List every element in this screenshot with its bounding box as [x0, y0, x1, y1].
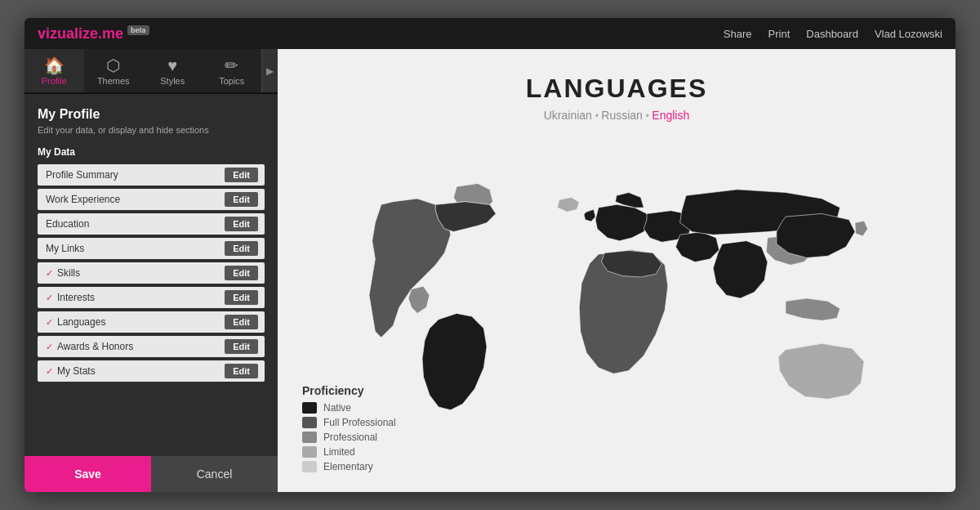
lang-ukrainian: Ukrainian: [544, 109, 592, 122]
prof-swatch: [302, 461, 317, 472]
row-my-links: My Links Edit: [38, 238, 265, 259]
nav-share[interactable]: Share: [724, 28, 752, 40]
check-icon: ✓: [46, 342, 53, 352]
proficiency-title: Proficiency: [302, 384, 396, 397]
nav-user[interactable]: Vlad Lozowski: [875, 28, 942, 40]
tab-topics[interactable]: ✏ Topics: [203, 49, 262, 92]
edit-work-experience[interactable]: Edit: [225, 192, 258, 207]
prof-label: Professional: [323, 432, 377, 443]
row-label: ✓ Interests: [46, 292, 220, 303]
tab-profile-label: Profile: [42, 76, 67, 86]
row-label: My Links: [46, 243, 220, 254]
nav-dashboard[interactable]: Dashboard: [806, 28, 858, 40]
row-label: Work Experience: [46, 194, 220, 205]
edit-languages[interactable]: Edit: [225, 315, 258, 329]
proficiency-items: Native Full Professional Professional Li…: [302, 402, 396, 472]
proficiency-legend: Proficiency Native Full Professional Pro…: [302, 384, 396, 476]
beta-badge: beta: [127, 25, 149, 35]
proficiency-item: Elementary: [302, 461, 396, 472]
row-interests: ✓ Interests Edit: [38, 287, 265, 308]
sidebar: 🏠 Profile ⬡ Themes ♥ Styles ✏ Topics ▶: [24, 49, 278, 492]
logo-area: vizualize.me beta: [38, 25, 149, 42]
section-title: LANGUAGES: [526, 74, 707, 104]
row-my-stats: ✓ My Stats Edit: [38, 360, 265, 382]
app-window: vizualize.me beta Share Print Dashboard …: [24, 18, 956, 492]
tab-profile[interactable]: 🏠 Profile: [24, 49, 84, 92]
proficiency-item: Limited: [302, 446, 396, 458]
check-icon: ✓: [46, 293, 53, 303]
tab-topics-label: Topics: [219, 76, 244, 86]
row-profile-summary: Profile Summary Edit: [38, 164, 265, 186]
tab-styles[interactable]: ♥ Styles: [143, 49, 203, 92]
row-label: ✓ My Stats: [46, 365, 220, 377]
proficiency-item: Full Professional: [302, 417, 396, 428]
edit-education[interactable]: Edit: [225, 217, 258, 231]
tab-styles-label: Styles: [160, 76, 185, 86]
prof-label: Full Professional: [323, 417, 396, 428]
collapse-button[interactable]: ▶: [261, 49, 278, 92]
tab-themes[interactable]: ⬡ Themes: [84, 49, 144, 92]
edit-my-stats[interactable]: Edit: [225, 364, 258, 378]
lang-english: English: [652, 109, 689, 122]
check-icon: ✓: [46, 317, 53, 328]
prof-swatch: [302, 402, 317, 414]
prof-label: Native: [323, 402, 351, 414]
row-languages: ✓ Languages Edit: [38, 311, 265, 333]
themes-icon: ⬡: [106, 57, 120, 74]
check-icon: ✓: [46, 268, 53, 279]
row-skills: ✓ Skills Edit: [38, 262, 265, 284]
cancel-button[interactable]: Cancel: [151, 456, 278, 492]
nav-print[interactable]: Print: [768, 28, 791, 40]
main-area: LANGUAGES Ukrainian • Russian • English: [278, 49, 956, 492]
save-button[interactable]: Save: [24, 456, 151, 492]
top-nav: Share Print Dashboard Vlad Lozowski: [724, 28, 942, 40]
edit-my-links[interactable]: Edit: [225, 241, 258, 256]
row-label: ✓ Awards & Honors: [46, 341, 220, 352]
section-label: My Data: [38, 146, 265, 158]
row-work-experience: Work Experience Edit: [38, 189, 265, 210]
tab-themes-label: Themes: [97, 76, 130, 86]
proficiency-item: Native: [302, 402, 396, 414]
row-education: Education Edit: [38, 213, 265, 235]
prof-swatch: [302, 446, 317, 458]
nav-tabs: 🏠 Profile ⬡ Themes ♥ Styles ✏ Topics ▶: [24, 49, 278, 94]
sidebar-subtitle: Edit your data, or display and hide sect…: [38, 125, 265, 135]
row-label: ✓ Skills: [46, 267, 220, 279]
row-awards: ✓ Awards & Honors Edit: [38, 336, 265, 357]
prof-swatch: [302, 432, 317, 443]
edit-profile-summary[interactable]: Edit: [225, 168, 258, 182]
prof-swatch: [302, 417, 317, 428]
sidebar-title: My Profile: [38, 107, 265, 122]
proficiency-item: Professional: [302, 432, 396, 443]
edit-interests[interactable]: Edit: [225, 290, 258, 305]
sidebar-footer: Save Cancel: [24, 456, 278, 492]
check-icon: ✓: [46, 366, 53, 377]
main-content: 🏠 Profile ⬡ Themes ♥ Styles ✏ Topics ▶: [24, 49, 956, 492]
prof-label: Limited: [323, 446, 355, 458]
edit-skills[interactable]: Edit: [225, 266, 258, 280]
row-label: Profile Summary: [46, 169, 220, 181]
home-icon: 🏠: [44, 57, 65, 74]
top-bar: vizualize.me beta Share Print Dashboard …: [24, 18, 956, 49]
row-label: ✓ Languages: [46, 316, 220, 328]
prof-label: Elementary: [323, 461, 373, 472]
languages-subtitle: Ukrainian • Russian • English: [544, 109, 690, 122]
styles-icon: ♥: [167, 57, 177, 74]
row-label: Education: [46, 218, 220, 230]
lang-russian: Russian: [601, 109, 643, 122]
topics-icon: ✏: [225, 57, 238, 74]
edit-awards[interactable]: Edit: [225, 339, 258, 354]
logo-text: vizualize.me beta: [38, 25, 149, 42]
sidebar-body: My Profile Edit your data, or display an…: [24, 94, 278, 456]
